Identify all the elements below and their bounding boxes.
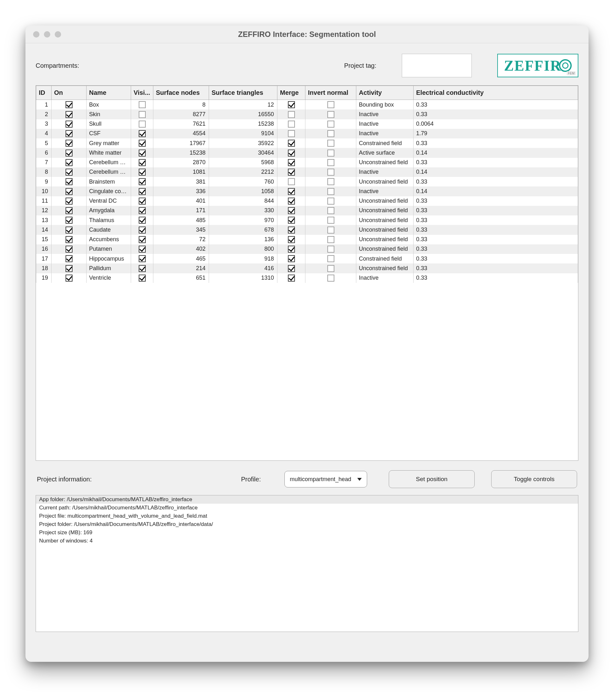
checkbox[interactable] [327, 236, 334, 243]
cell-surface-triangles[interactable]: 30464 [209, 148, 277, 158]
cell-invert-normal[interactable] [305, 177, 356, 186]
cell-on[interactable] [52, 206, 87, 215]
checkbox[interactable] [327, 130, 334, 137]
cell-on[interactable] [52, 215, 87, 225]
cell-conductivity[interactable]: 0.14 [414, 186, 578, 196]
cell-id[interactable]: 3 [36, 119, 52, 129]
checkbox[interactable] [288, 227, 295, 234]
cell-activity[interactable]: Inactive [356, 129, 414, 138]
cell-on[interactable] [52, 235, 87, 245]
checkbox[interactable] [288, 246, 295, 253]
cell-invert-normal[interactable] [305, 263, 356, 273]
cell-surface-triangles[interactable]: 844 [209, 196, 277, 206]
checkbox[interactable] [327, 227, 334, 234]
cell-merge[interactable] [277, 119, 305, 129]
checkbox[interactable] [139, 198, 146, 204]
cell-conductivity[interactable]: 0.33 [414, 100, 578, 110]
checkbox[interactable] [139, 150, 146, 157]
cell-surface-triangles[interactable]: 2212 [209, 167, 277, 177]
cell-conductivity[interactable]: 0.33 [414, 263, 578, 273]
cell-id[interactable]: 18 [36, 263, 52, 273]
checkbox[interactable] [139, 236, 146, 243]
checkbox[interactable] [65, 121, 73, 128]
cell-on[interactable] [52, 129, 87, 138]
checkbox[interactable] [288, 121, 295, 128]
minimize-icon[interactable] [44, 31, 50, 38]
cell-conductivity[interactable]: 0.33 [414, 196, 578, 206]
checkbox[interactable] [139, 275, 146, 282]
cell-invert-normal[interactable] [305, 254, 356, 263]
checkbox[interactable] [65, 150, 73, 157]
cell-surface-nodes[interactable]: 402 [153, 245, 209, 254]
toggle-controls-button[interactable]: Toggle controls [491, 470, 577, 488]
cell-name[interactable]: Brainstem [87, 177, 131, 186]
checkbox[interactable] [288, 188, 295, 195]
cell-visibility[interactable] [131, 119, 153, 129]
cell-id[interactable]: 16 [36, 245, 52, 254]
cell-surface-nodes[interactable]: 345 [153, 225, 209, 235]
checkbox[interactable] [65, 217, 73, 224]
checkbox[interactable] [139, 188, 146, 195]
checkbox[interactable] [65, 198, 73, 204]
cell-surface-nodes[interactable]: 214 [153, 263, 209, 273]
cell-visibility[interactable] [131, 225, 153, 235]
cell-activity[interactable]: Unconstrained field [356, 215, 414, 225]
cell-visibility[interactable] [131, 245, 153, 254]
cell-surface-triangles[interactable]: 9104 [209, 129, 277, 138]
cell-id[interactable]: 8 [36, 167, 52, 177]
cell-surface-nodes[interactable]: 4554 [153, 129, 209, 138]
checkbox[interactable] [139, 255, 146, 262]
cell-on[interactable] [52, 245, 87, 254]
checkbox[interactable] [327, 140, 334, 147]
checkbox[interactable] [139, 178, 146, 185]
cell-conductivity[interactable]: 0.33 [414, 177, 578, 186]
cell-invert-normal[interactable] [305, 158, 356, 167]
close-icon[interactable] [33, 31, 39, 38]
cell-visibility[interactable] [131, 167, 153, 177]
cell-visibility[interactable] [131, 196, 153, 206]
cell-surface-nodes[interactable]: 7621 [153, 119, 209, 129]
cell-surface-nodes[interactable]: 8 [153, 100, 209, 110]
checkbox[interactable] [65, 227, 73, 234]
cell-merge[interactable] [277, 235, 305, 245]
cell-merge[interactable] [277, 100, 305, 110]
cell-invert-normal[interactable] [305, 167, 356, 177]
checkbox[interactable] [65, 130, 73, 137]
cell-on[interactable] [52, 254, 87, 263]
cell-surface-triangles[interactable]: 12 [209, 100, 277, 110]
cell-activity[interactable]: Unconstrained field [356, 158, 414, 167]
cell-name[interactable]: Hippocampus [87, 254, 131, 263]
cell-visibility[interactable] [131, 158, 153, 167]
checkbox[interactable] [327, 178, 334, 185]
checkbox[interactable] [288, 140, 295, 147]
checkbox[interactable] [327, 275, 334, 282]
cell-conductivity[interactable]: 0.33 [414, 110, 578, 119]
cell-name[interactable]: Accumbens [87, 235, 131, 245]
cell-visibility[interactable] [131, 254, 153, 263]
checkbox[interactable] [288, 236, 295, 243]
cell-id[interactable]: 19 [36, 273, 52, 283]
cell-conductivity[interactable]: 0.33 [414, 158, 578, 167]
cell-merge[interactable] [277, 273, 305, 283]
cell-surface-nodes[interactable]: 1081 [153, 167, 209, 177]
cell-activity[interactable]: Unconstrained field [356, 235, 414, 245]
checkbox[interactable] [288, 130, 295, 137]
checkbox[interactable] [65, 101, 73, 108]
checkbox[interactable] [65, 140, 73, 147]
checkbox[interactable] [288, 150, 295, 157]
cell-activity[interactable]: Unconstrained field [356, 245, 414, 254]
set-position-button[interactable]: Set position [389, 470, 475, 488]
cell-activity[interactable]: Unconstrained field [356, 225, 414, 235]
col-header-conductivity[interactable]: Electrical conductivity [414, 86, 578, 100]
cell-merge[interactable] [277, 215, 305, 225]
checkbox[interactable] [288, 207, 295, 214]
cell-surface-triangles[interactable]: 970 [209, 215, 277, 225]
cell-invert-normal[interactable] [305, 206, 356, 215]
checkbox[interactable] [288, 255, 295, 262]
cell-visibility[interactable] [131, 215, 153, 225]
cell-surface-triangles[interactable]: 416 [209, 263, 277, 273]
cell-merge[interactable] [277, 158, 305, 167]
checkbox[interactable] [65, 159, 73, 166]
checkbox[interactable] [327, 246, 334, 253]
cell-name[interactable]: Skull [87, 119, 131, 129]
